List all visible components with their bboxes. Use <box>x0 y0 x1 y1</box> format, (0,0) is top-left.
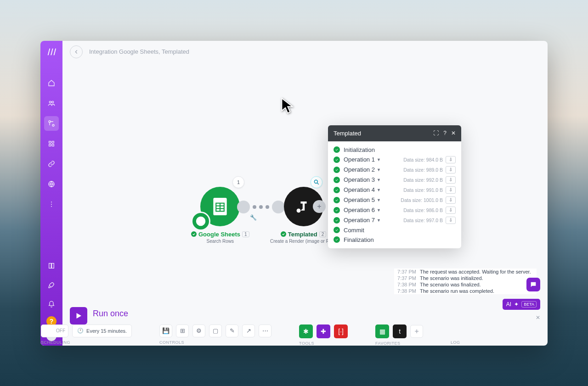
log-time: 7:38 PM <box>394 282 416 287</box>
puzzle-icon[interactable] <box>44 136 59 151</box>
export-button[interactable]: ↗ <box>242 324 255 337</box>
download-button[interactable]: ⇩ <box>446 186 456 194</box>
operation-label: Operation 3 ▼ <box>344 176 403 183</box>
search-bubble[interactable] <box>311 176 322 188</box>
add-favorite[interactable]: + <box>410 325 423 338</box>
align-button[interactable]: ⊞ <box>176 324 189 337</box>
expand-icon[interactable]: ⛶ <box>433 130 439 136</box>
operation-row[interactable]: Operation 4 ▼Data size: 991.0 B⇩ <box>334 185 456 195</box>
save-button[interactable]: 💾 <box>159 324 172 337</box>
download-button[interactable]: ⇩ <box>446 156 456 163</box>
check-icon <box>334 157 340 163</box>
search-icon <box>313 179 320 185</box>
svg-point-6 <box>51 204 52 205</box>
users-icon[interactable] <box>44 96 59 111</box>
operation-row[interactable]: Operation 5 ▼Data size: 1001.0 B⇩ <box>334 195 456 205</box>
download-button[interactable]: ⇩ <box>446 207 456 214</box>
chevron-down-icon: ▼ <box>377 157 381 162</box>
download-button[interactable]: ⇩ <box>446 217 456 224</box>
data-size: Data size: 986.0 B <box>403 207 443 213</box>
modal-title: Templated <box>334 130 429 137</box>
tool-tools[interactable]: ✚ <box>317 324 330 338</box>
log-message: The scenario was finalized. <box>420 282 481 287</box>
operation-row: Finalization <box>334 235 456 245</box>
svg-point-7 <box>51 206 52 207</box>
ai-label: AI <box>506 301 511 308</box>
svg-point-5 <box>51 201 52 202</box>
section-label: TOOLS <box>299 341 348 346</box>
bubble-count[interactable]: 1 <box>232 176 244 188</box>
ai-button[interactable]: AI ✦ BETA <box>503 299 540 310</box>
svg-point-15 <box>314 180 317 183</box>
data-size: Data size: 991.0 B <box>403 187 443 193</box>
node-subtitle: Create a Render (image or PDF) <box>270 239 337 244</box>
svg-point-2 <box>49 121 51 123</box>
book-icon[interactable] <box>44 258 59 273</box>
sheets-icon <box>212 196 228 217</box>
settings-button[interactable]: ⚙ <box>192 324 205 337</box>
section-label: CONTROLS <box>159 340 271 345</box>
app-window: ? Integration Google Sheets, Templated G… <box>40 41 548 346</box>
tool-text[interactable]: [·] <box>334 324 348 338</box>
fav-templated[interactable]: t <box>393 324 407 338</box>
node-google-sheets[interactable]: Google Sheets1 Search Rows <box>191 187 249 244</box>
breadcrumb: Integration Google Sheets, Templated <box>89 48 189 55</box>
operation-log-modal: Templated ⛶ ? ✕ InitializationOperation … <box>328 125 461 248</box>
notes-button[interactable]: ▢ <box>209 324 222 337</box>
operation-row[interactable]: Operation 7 ▼Data size: 997.0 B⇩ <box>334 215 456 225</box>
operation-row[interactable]: Operation 3 ▼Data size: 992.0 B⇩ <box>334 175 456 185</box>
more-button[interactable]: ⋯ <box>259 324 271 337</box>
cursor-icon <box>281 98 294 114</box>
download-button[interactable]: ⇩ <box>446 166 456 173</box>
download-button[interactable]: ⇩ <box>446 196 456 204</box>
back-button[interactable] <box>70 45 83 58</box>
check-icon <box>334 197 340 203</box>
node-badge: 2 <box>319 231 327 237</box>
log-close-button[interactable]: ✕ <box>536 314 540 321</box>
log-row: 7:37 PMThe scenario was initialized. <box>394 275 537 281</box>
rocket-icon[interactable] <box>44 278 59 292</box>
chevron-down-icon: ▼ <box>377 198 381 202</box>
data-size: Data size: 984.0 B <box>403 157 443 162</box>
explain-button[interactable]: ✎ <box>226 324 238 337</box>
link-icon[interactable] <box>44 157 59 171</box>
data-size: Data size: 997.0 B <box>403 218 443 223</box>
close-icon[interactable]: ✕ <box>451 130 456 136</box>
download-button[interactable]: ⇩ <box>446 176 456 184</box>
check-icon <box>281 231 286 237</box>
svg-point-3 <box>52 124 54 126</box>
operation-row[interactable]: Operation 2 ▼Data size: 989.0 B⇩ <box>334 165 456 175</box>
svg-point-0 <box>49 101 51 103</box>
topbar: Integration Google Sheets, Templated <box>62 41 548 63</box>
log-message: The scenario was initialized. <box>420 275 483 281</box>
operation-label: Operation 6 ▼ <box>344 207 403 213</box>
data-size: Data size: 1001.0 B <box>401 197 443 203</box>
help-icon[interactable]: ? <box>443 130 447 136</box>
node-title: Templated <box>288 231 317 238</box>
node-templated[interactable]: Templated2 Create a Render (image or PDF… <box>270 187 337 244</box>
add-node-button[interactable]: + <box>313 200 326 213</box>
schedule-interval[interactable]: 🕐Every 15 minutes. <box>72 324 132 337</box>
fav-sheets[interactable]: ▦ <box>375 324 389 338</box>
wrench-icon[interactable]: 🔧 <box>250 214 257 221</box>
chat-button[interactable] <box>526 278 540 291</box>
chevron-down-icon: ▼ <box>377 178 381 182</box>
run-button[interactable] <box>70 307 87 324</box>
section-label: FAVORITES <box>375 341 423 346</box>
more-icon[interactable] <box>44 197 59 212</box>
log-row: 7:37 PMThe request was accepted. Waiting… <box>394 269 537 275</box>
operation-row[interactable]: Operation 1 ▼Data size: 984.0 B⇩ <box>334 155 456 165</box>
operation-label: Operation 1 ▼ <box>344 156 403 163</box>
modal-header[interactable]: Templated ⛶ ? ✕ <box>328 125 461 141</box>
scenario-canvas[interactable]: Google Sheets1 Search Rows 1 🔧 Templated… <box>62 63 548 304</box>
bell-icon[interactable] <box>44 297 59 312</box>
log-row: 7:38 PMThe scenario was finalized. <box>394 281 537 288</box>
globe-icon[interactable] <box>44 177 59 191</box>
log-time: 7:37 PM <box>394 269 416 274</box>
scenarios-icon[interactable] <box>44 116 59 131</box>
clock-icon <box>191 212 210 231</box>
operation-row[interactable]: Operation 6 ▼Data size: 986.0 B⇩ <box>334 205 456 215</box>
home-icon[interactable] <box>44 76 59 90</box>
tool-flow[interactable]: ✱ <box>299 324 313 338</box>
schedule-toggle[interactable]: OFF <box>41 324 68 337</box>
